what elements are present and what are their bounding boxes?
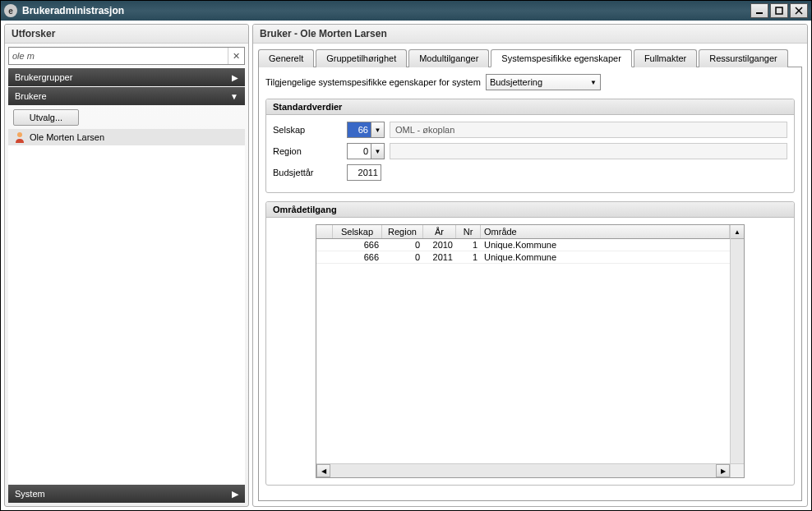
omradetilgang-group: Områdetilgang Selskap Region (265, 201, 795, 486)
sidebar-title: Utforsker (5, 25, 248, 44)
standardverdier-group: Standardverdier Selskap ▼ OML - økoplan … (265, 99, 795, 193)
window-title: Brukeradministrasjon (22, 5, 750, 16)
region-dropdown-button[interactable]: ▼ (371, 143, 385, 159)
tab-systemspesifikke[interactable]: Systemspesifikke egenskaper (491, 49, 632, 67)
clear-search-button[interactable]: ✕ (228, 48, 244, 64)
app-icon: e (4, 4, 17, 17)
system-select-label: Tilgjengelige systemspesifikke egenskape… (265, 77, 481, 87)
nav-label: Brukere (15, 91, 47, 101)
chevron-right-icon: ▶ (232, 73, 238, 82)
tab-gruppetilhorighet[interactable]: Gruppetilhørighet (316, 49, 407, 67)
tab-generelt[interactable]: Generelt (258, 49, 314, 67)
chevron-right-icon: ▶ (232, 489, 238, 499)
grid-row[interactable]: 666 0 2011 1 Unique.Kommune (316, 251, 730, 264)
tab-content: Tilgjengelige systemspesifikke egenskape… (258, 67, 802, 501)
user-name: Ole Morten Larsen (30, 132, 104, 142)
nav-system[interactable]: System ▶ (8, 485, 245, 503)
selskap-label: Selskap (273, 125, 347, 135)
close-button[interactable] (790, 3, 808, 18)
sidebar: Utforsker ✕ Brukergrupper ▶ Brukere ▼ Ut… (4, 24, 249, 507)
budsjettar-input[interactable] (347, 164, 381, 181)
tab-modultilganger[interactable]: Modultilganger (408, 49, 489, 67)
fieldset-legend: Områdetilgang (266, 202, 794, 218)
scroll-up-icon[interactable]: ▲ (731, 225, 744, 239)
selskap-description: OML - økoplan (390, 122, 787, 138)
user-item[interactable]: Ole Morten Larsen (8, 129, 245, 145)
user-icon (13, 131, 26, 144)
search-box: ✕ (8, 47, 245, 65)
chevron-down-icon: ▼ (230, 92, 238, 101)
nav-brukergrupper[interactable]: Brukergrupper ▶ (8, 68, 245, 86)
search-input[interactable] (9, 48, 228, 64)
chevron-down-icon: ▼ (590, 79, 597, 86)
col-nr[interactable]: Nr (456, 225, 481, 238)
col-ar[interactable]: År (423, 225, 456, 238)
region-input[interactable] (347, 143, 371, 159)
app-window: e Brukeradministrasjon Utforsker ✕ (0, 0, 812, 511)
selskap-dropdown-button[interactable]: ▼ (371, 122, 385, 138)
titlebar: e Brukeradministrasjon (1, 1, 811, 21)
content-title: Bruker - Ole Morten Larsen (253, 25, 807, 44)
nav-label: System (15, 489, 45, 499)
minimize-button[interactable] (750, 3, 768, 18)
content-panel: Bruker - Ole Morten Larsen Generelt Grup… (252, 24, 808, 507)
grid-row[interactable]: 666 0 2010 1 Unique.Kommune (316, 239, 730, 251)
user-list: Ole Morten Larsen (8, 129, 245, 485)
tab-fullmakter[interactable]: Fullmakter (634, 49, 697, 67)
budsjettar-label: Budsjettår (273, 168, 347, 177)
fieldset-legend: Standardverdier (266, 99, 794, 115)
maximize-button[interactable] (770, 3, 788, 18)
scroll-right-icon[interactable]: ▶ (716, 464, 730, 477)
col-selskap[interactable]: Selskap (333, 225, 382, 238)
svg-point-4 (17, 132, 22, 137)
omrade-grid: Selskap Region År Nr Område (316, 224, 745, 478)
region-description (390, 143, 787, 159)
system-select[interactable]: Budsjettering ▼ (486, 74, 601, 90)
grid-header: Selskap Region År Nr Område (316, 225, 730, 239)
nav-label: Brukergrupper (15, 72, 72, 82)
vertical-scrollbar[interactable]: ▲ (730, 225, 744, 463)
horizontal-scrollbar[interactable]: ◀ ▶ (316, 463, 730, 477)
tab-bar: Generelt Gruppetilhørighet Modultilgange… (258, 48, 802, 67)
region-label: Region (273, 146, 347, 156)
nav-brukere[interactable]: Brukere ▼ (8, 87, 245, 105)
col-region[interactable]: Region (382, 225, 423, 238)
scroll-left-icon[interactable]: ◀ (316, 464, 330, 477)
tab-ressurstilganger[interactable]: Ressurstilganger (699, 49, 788, 67)
selskap-input[interactable] (347, 122, 371, 138)
svg-rect-1 (776, 7, 782, 14)
col-omrade[interactable]: Område (481, 225, 730, 238)
utvalg-button[interactable]: Utvalg... (13, 109, 79, 126)
grid-body: 666 0 2010 1 Unique.Kommune (316, 239, 730, 463)
